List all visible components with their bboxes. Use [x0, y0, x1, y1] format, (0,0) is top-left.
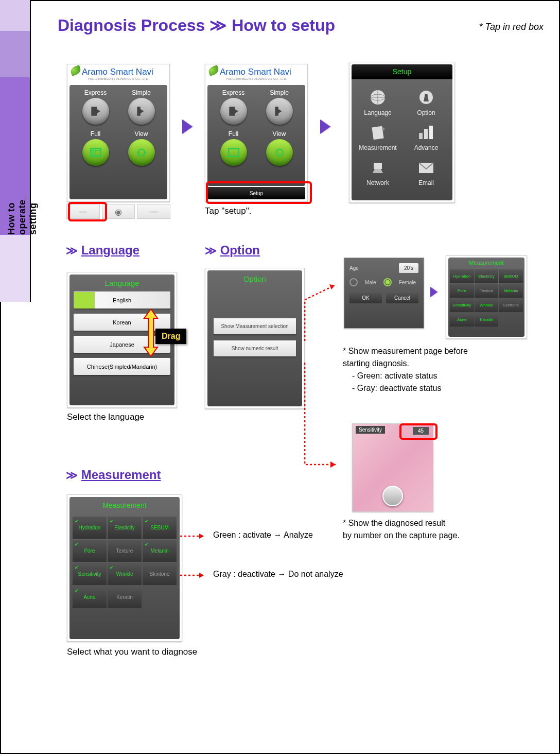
measurement-mini-title: Measurement — [448, 258, 524, 268]
dotted-arrow-2 — [304, 362, 345, 480]
simple-icon — [273, 105, 286, 118]
leaf-icon — [207, 65, 220, 76]
measurement-panel-title: Measurement — [69, 497, 180, 513]
meas-mini-skintone[interactable]: Skintone — [499, 298, 523, 312]
measurement-mini-panel: Measurement HydrationElasticitySEBUMPore… — [446, 255, 527, 339]
red-box-setup — [206, 181, 312, 204]
option-panel-title: Option — [207, 270, 302, 287]
setup-option[interactable]: Option — [407, 88, 445, 116]
meas-pore[interactable]: ✔Pore — [73, 540, 107, 562]
simple-button[interactable]: Simple — [120, 89, 162, 126]
express-button[interactable]: Express — [75, 89, 116, 126]
side-tab-4[interactable] — [0, 235, 31, 302]
bars-icon — [416, 124, 436, 141]
meas-hydration[interactable]: ✔Hydration — [73, 517, 107, 539]
camera-button-icon[interactable] — [382, 486, 403, 506]
app-brand-sub: PROGRAMMED BY ARAMHUVIS CO., LTD. — [67, 77, 169, 82]
hw-menu-button[interactable]: — — [137, 204, 170, 219]
dotted-arrow-green — [179, 533, 210, 540]
view-button[interactable]: View — [120, 130, 162, 167]
age-label: Age — [349, 265, 370, 271]
meas-mini-acne[interactable]: Acne — [450, 313, 474, 327]
express-icon — [227, 105, 240, 118]
meas-mini-melanin[interactable]: Melanin — [499, 284, 523, 298]
section-language-head: ≫ Language — [66, 243, 139, 258]
age-value[interactable]: 20's — [399, 263, 418, 273]
measurement-panel: Measurement ✔Hydration✔Elasticity✔SEBUM✔… — [67, 494, 182, 642]
setup-advance[interactable]: Advance — [407, 123, 445, 151]
svg-point-3 — [276, 149, 283, 156]
full-icon — [89, 146, 102, 159]
meas-elasticity[interactable]: ✔Elasticity — [108, 517, 142, 539]
lang-chinese[interactable]: Chinese(Simpled/Mandarin) — [74, 358, 170, 375]
legend-green: Green : activate → Analyze — [213, 530, 313, 540]
side-tab-1[interactable] — [0, 0, 31, 31]
opt-show-measurement[interactable]: Show Measurement selection — [214, 318, 296, 334]
meas-acne[interactable]: ✔Acne — [73, 586, 107, 608]
cancel-button[interactable]: Cancel — [386, 293, 418, 303]
leaf-icon — [69, 65, 82, 76]
radio-female[interactable] — [383, 278, 392, 286]
setup-measurement[interactable]: Measurement — [359, 123, 397, 151]
side-tabs: How to operate_ setting — [0, 0, 31, 302]
device-setup-menu: Setup Language Option Measurement Advanc… — [349, 62, 455, 203]
meas-mini-wrinkle[interactable]: Wrinkle — [475, 298, 499, 312]
meas-mini-hydration[interactable]: Hydration — [450, 269, 474, 283]
ok-button[interactable]: OK — [349, 293, 382, 303]
dotted-arrow-1 — [304, 279, 345, 346]
page-title: Diagnosis Process ≫ How to setup — [58, 15, 335, 35]
meas-texture[interactable]: Texture — [108, 540, 142, 562]
simple-button[interactable]: Simple — [258, 89, 300, 126]
chevron-icon — [320, 119, 330, 134]
meas-keratin[interactable]: Keratin — [108, 586, 142, 608]
red-box-number — [399, 423, 437, 440]
meas-mini-sebum[interactable]: SEBUM — [499, 269, 523, 283]
option-note-2: * Show the diagnosed result by number on… — [343, 517, 549, 542]
radio-male[interactable] — [349, 278, 358, 286]
measurement-caption: Select what you want to diagnose — [67, 647, 197, 657]
opt-show-numeric[interactable]: Show numeric result — [214, 340, 296, 356]
app-brand: Aramo Smart Navi — [67, 64, 169, 77]
meas-mini-pore[interactable]: Pore — [450, 284, 474, 298]
svg-rect-2 — [229, 148, 239, 156]
lang-english[interactable]: English — [74, 292, 170, 309]
meas-mini-elasticity[interactable]: Elasticity — [475, 269, 499, 283]
meas-mini-texture[interactable]: Texture — [475, 284, 499, 298]
red-box-hw-back — [68, 202, 107, 221]
view-button[interactable]: View — [258, 130, 300, 167]
view-icon — [135, 146, 148, 159]
language-caption: Select the language — [67, 412, 144, 422]
express-button[interactable]: Express — [213, 89, 254, 126]
svg-rect-10 — [424, 129, 428, 139]
email-icon — [416, 159, 436, 176]
network-icon — [367, 159, 388, 176]
chevron-icon — [182, 119, 192, 134]
meas-mini-keratin[interactable]: Keratin — [475, 313, 499, 327]
section-option-head: ≫ Option — [205, 243, 260, 258]
meas-sensitivity[interactable]: ✔Sensitivity — [73, 563, 107, 585]
full-button[interactable]: Full — [75, 130, 116, 167]
meas-sebum[interactable]: ✔SEBUM — [143, 517, 177, 539]
device-home-1: Aramo Smart Navi PROGRAMMED BY ARAMHUVIS… — [67, 64, 170, 202]
setup-language[interactable]: Language — [359, 88, 397, 116]
option-panel: Option Show Measurement selection Show n… — [205, 268, 305, 409]
side-tab-selected[interactable]: How to operate_ setting — [0, 77, 31, 235]
full-icon — [227, 146, 240, 159]
meas-mini-sensitivity[interactable]: Sensitivity — [450, 298, 474, 312]
language-panel-title: Language — [69, 275, 174, 292]
full-button[interactable]: Full — [213, 130, 254, 167]
tap-hint: * Tap in red box — [479, 22, 544, 32]
meas-skintone[interactable]: Skintone — [143, 563, 177, 585]
page: How to operate_ setting Diagnosis Proces… — [0, 0, 560, 754]
meas-melanin[interactable]: ✔Melanin — [143, 540, 177, 562]
keyhole-icon — [416, 89, 436, 106]
female-label: Female — [399, 280, 416, 285]
meas-wrinkle[interactable]: ✔Wrinkle — [108, 563, 142, 585]
setup-network[interactable]: Network — [359, 158, 397, 186]
app-brand: Aramo Smart Navi — [205, 64, 307, 77]
svg-rect-9 — [419, 133, 423, 139]
clipboard-icon — [367, 124, 388, 141]
setup-email[interactable]: Email — [407, 158, 445, 186]
legend-gray: Gray : deactivate → Do not analyze — [213, 570, 343, 579]
side-tab-2[interactable] — [0, 31, 31, 77]
